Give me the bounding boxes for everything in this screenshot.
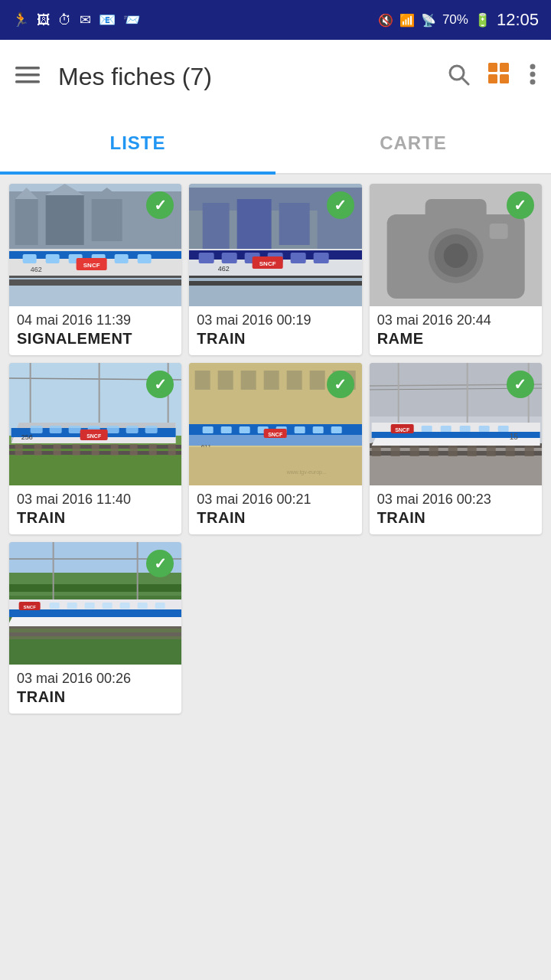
svg-rect-161 (138, 603, 148, 609)
svg-rect-93 (241, 371, 256, 390)
runner-icon: 🏃 (12, 11, 29, 28)
svg-rect-100 (203, 426, 214, 433)
battery-level: 70% (442, 12, 468, 28)
svg-rect-73 (126, 426, 139, 433)
more-options-button[interactable] (530, 64, 536, 90)
svg-rect-70 (69, 426, 81, 433)
svg-rect-106 (313, 426, 324, 433)
card-7-image: SNCF (9, 542, 181, 665)
svg-rect-50 (314, 253, 329, 263)
svg-text:SNCF: SNCF (86, 433, 102, 439)
tab-carte[interactable]: CARTE (276, 113, 551, 173)
card-4-date: 03 mai 2016 11:40 (17, 492, 174, 508)
svg-rect-55 (425, 199, 486, 224)
svg-point-58 (443, 243, 468, 268)
svg-text:SNCF: SNCF (23, 605, 36, 609)
svg-text:SNCF: SNCF (268, 432, 283, 437)
svg-point-9 (530, 64, 536, 69)
search-button[interactable] (447, 63, 470, 91)
svg-rect-46 (222, 253, 237, 263)
menu-button[interactable] (15, 64, 40, 89)
svg-rect-6 (500, 63, 509, 72)
svg-rect-95 (287, 371, 302, 390)
svg-rect-138 (440, 426, 451, 432)
card-4-image: SNCF 256 (9, 363, 181, 485)
card-2-image: SNCF 462 (189, 184, 361, 306)
svg-text:462: 462 (218, 265, 230, 273)
svg-rect-83 (73, 444, 80, 456)
card-6[interactable]: SNCF 15 03 mai 2016 00:23 TRAIN (370, 363, 542, 534)
clock-icon: ⏱ (58, 12, 72, 28)
svg-rect-159 (103, 603, 112, 609)
svg-rect-140 (478, 426, 489, 432)
card-3[interactable]: 03 mai 2016 20:44 RAME (370, 184, 542, 355)
svg-rect-2 (15, 80, 40, 83)
status-time: 12:05 (497, 10, 539, 30)
svg-rect-107 (331, 426, 342, 433)
svg-rect-29 (115, 254, 129, 263)
grid-view-button[interactable] (488, 63, 511, 91)
svg-rect-72 (107, 426, 119, 433)
svg-rect-25 (23, 254, 37, 263)
svg-rect-101 (221, 426, 232, 433)
svg-rect-137 (421, 426, 432, 432)
svg-rect-74 (145, 426, 158, 433)
card-6-image: SNCF 15 (370, 363, 542, 485)
outlook-icon-1: 📧 (99, 11, 116, 28)
svg-rect-157 (67, 603, 77, 609)
svg-text:256: 256 (21, 433, 33, 441)
svg-text:SNCF: SNCF (259, 260, 276, 267)
svg-rect-156 (50, 603, 60, 609)
svg-rect-160 (120, 603, 130, 609)
card-2-type: TRAIN (197, 330, 354, 348)
svg-rect-22 (9, 279, 181, 286)
svg-rect-94 (264, 371, 279, 390)
card-5[interactable]: SNCF 611 www.tgv-europ... 03 mai 2016 00… (189, 363, 361, 534)
card-7-type: TRAIN (17, 688, 174, 706)
svg-rect-102 (240, 426, 250, 433)
card-2[interactable]: SNCF 462 03 mai 2016 00:19 TRAIN (189, 184, 361, 355)
card-7-info: 03 mai 2016 00:26 TRAIN (9, 665, 181, 714)
svg-rect-91 (195, 371, 210, 390)
image-icon: 🖼 (37, 12, 51, 28)
card-1-info: 04 mai 2016 11:39 SIGNALEMENT (9, 306, 181, 355)
card-3-check (507, 191, 534, 219)
svg-rect-30 (138, 254, 152, 263)
svg-rect-82 (54, 444, 61, 456)
card-1[interactable]: SNCF 462 04 mai 2016 11:39 SIGNALEMENT (9, 184, 181, 355)
card-2-info: 03 mai 2016 00:19 TRAIN (189, 306, 361, 355)
svg-rect-88 (168, 444, 176, 456)
svg-rect-153 (9, 609, 181, 617)
card-6-type: TRAIN (377, 509, 534, 527)
card-7[interactable]: SNCF 03 mai 2016 00:26 TRAIN (9, 542, 181, 714)
svg-rect-15 (46, 195, 84, 245)
svg-rect-69 (50, 426, 62, 433)
card-grid: SNCF 462 04 mai 2016 11:39 SIGNALEMENT (0, 175, 551, 723)
card-6-check (507, 371, 534, 398)
svg-rect-139 (459, 426, 470, 432)
card-3-image (370, 184, 542, 306)
svg-rect-111 (189, 447, 361, 485)
svg-rect-85 (111, 444, 119, 456)
tabs-bar: LISTE CARTE (0, 113, 551, 175)
card-4[interactable]: SNCF 256 03 mai 2016 11:40 TRA (9, 363, 181, 534)
svg-rect-96 (310, 371, 325, 390)
battery-icon: 🔋 (474, 12, 491, 28)
svg-text:www.tgv-europ...: www.tgv-europ... (286, 469, 327, 475)
outlook-icon-2: 📨 (123, 11, 140, 28)
card-1-image: SNCF 462 (9, 184, 181, 306)
card-3-type: RAME (377, 330, 534, 348)
card-2-date: 03 mai 2016 00:19 (197, 312, 354, 328)
svg-rect-1 (15, 74, 40, 77)
svg-rect-14 (15, 199, 38, 245)
svg-point-10 (530, 71, 536, 77)
svg-rect-49 (291, 253, 306, 263)
card-3-info: 03 mai 2016 20:44 RAME (370, 306, 542, 355)
email-icon: ✉ (80, 11, 91, 28)
mute-icon: 🔇 (378, 13, 393, 28)
card-5-date: 03 mai 2016 00:21 (197, 492, 354, 508)
toolbar: Mes fiches (7) (0, 40, 551, 113)
svg-text:15: 15 (509, 433, 518, 441)
svg-rect-158 (85, 603, 95, 609)
tab-liste[interactable]: LISTE (0, 113, 276, 173)
